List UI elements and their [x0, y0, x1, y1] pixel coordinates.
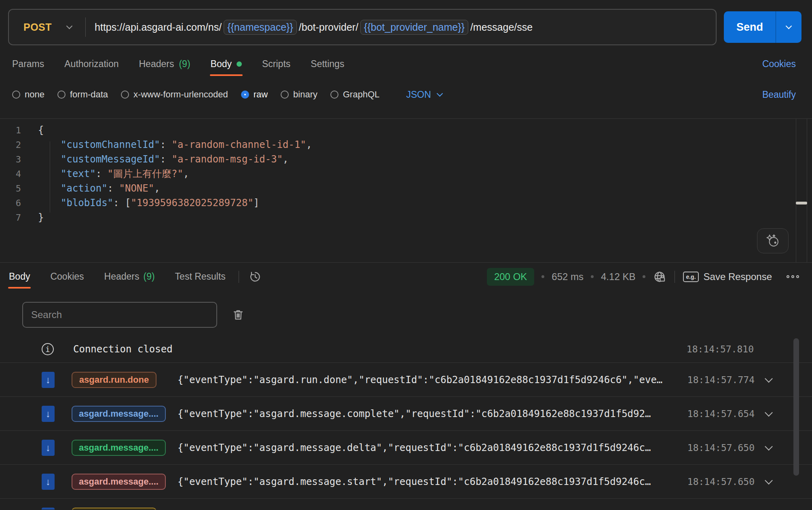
bodytype-label: binary — [293, 89, 317, 100]
tab-authorization[interactable]: Authorization — [63, 49, 119, 79]
line-number: 1 — [0, 125, 21, 135]
badge-container: asgard.message.... — [72, 440, 178, 456]
event-row-message-start[interactable]: ↓ asgard.message.... {"eventType":"asgar… — [0, 464, 812, 498]
line-number: 2 — [0, 140, 21, 150]
line-number: 5 — [0, 183, 21, 194]
code-token: : — [160, 154, 172, 165]
line-number: 7 — [0, 213, 21, 223]
network-info-button[interactable] — [653, 270, 666, 284]
send-dropdown-button[interactable] — [776, 11, 801, 43]
event-row-run-done[interactable]: ↓ asgard.run.done {"eventType":"asgard.r… — [0, 362, 812, 396]
search-input[interactable] — [22, 302, 217, 328]
code-token: "a-random-msg-id-3" — [172, 154, 283, 165]
clear-events-button[interactable] — [232, 308, 245, 321]
expand-chevron-icon[interactable] — [765, 476, 773, 485]
badge-container: asgard.run.done — [72, 372, 178, 388]
language-label: JSON — [406, 89, 431, 100]
divider — [675, 271, 675, 283]
event-message: {"eventType":"asgard.message.complete","… — [178, 408, 678, 419]
save-response-button[interactable]: e.g. Save Response — [683, 271, 772, 282]
beautify-link[interactable]: Beautify — [762, 89, 796, 100]
tab-body[interactable]: Body — [210, 49, 243, 79]
url-bar: POST https://api.asgard-ai.com/ns/ {{nam… — [8, 9, 717, 45]
response-tab-body[interactable]: Body — [8, 264, 31, 289]
event-type-badge — [72, 508, 156, 510]
code-token: : — [108, 183, 119, 194]
bodytype-binary[interactable]: binary — [281, 89, 317, 100]
response-tabs: Body Cookies Headers (9) Test Results — [8, 264, 226, 289]
save-response-label: Save Response — [704, 271, 772, 282]
url-segment: /message/sse — [470, 21, 533, 33]
language-selector[interactable]: JSON — [406, 89, 442, 100]
info-icon: i — [42, 343, 54, 355]
send-button[interactable]: Send — [724, 11, 776, 43]
bodytype-label: none — [25, 89, 44, 100]
url-variable-namespace[interactable]: {{namespace}} — [224, 20, 297, 35]
tab-scripts[interactable]: Scripts — [261, 49, 291, 79]
indent-guide — [50, 141, 50, 213]
code-token: } — [38, 212, 44, 223]
response-tab-cookies[interactable]: Cookies — [49, 264, 85, 289]
event-row-message-complete[interactable]: ↓ asgard.message.... {"eventType":"asgar… — [0, 396, 812, 430]
event-timestamp: 18:14:57.654 — [687, 409, 755, 419]
code-token: "customMessageId" — [61, 154, 160, 165]
api-client-window: POST https://api.asgard-ai.com/ns/ {{nam… — [0, 0, 812, 510]
editor-scrollbar-thumb[interactable] — [796, 202, 807, 204]
expand-chevron-icon[interactable] — [765, 409, 773, 417]
url-input[interactable]: https://api.asgard-ai.com/ns/ {{namespac… — [86, 20, 541, 35]
response-history-button[interactable] — [249, 270, 262, 283]
response-meta: 200 OK 652 ms 4.12 KB e.g. Save Response — [487, 268, 799, 286]
code-token: : — [113, 197, 125, 209]
chevron-down-icon — [437, 90, 443, 97]
example-icon: e.g. — [683, 272, 698, 282]
more-options-button[interactable] — [787, 275, 799, 278]
code-line: 7 } — [0, 210, 812, 225]
tab-label: Scripts — [262, 59, 290, 70]
body-modified-dot-icon — [237, 61, 242, 67]
dot-separator — [643, 275, 645, 278]
code-token: "blobIds" — [61, 197, 113, 209]
postbot-assistant-button[interactable] — [757, 228, 789, 253]
tab-params[interactable]: Params — [11, 49, 45, 79]
tab-label: Headers — [104, 271, 140, 282]
event-list-scrollbar-thumb[interactable] — [793, 338, 799, 476]
response-tab-headers[interactable]: Headers (9) — [104, 264, 156, 289]
event-row-message-delta[interactable]: ↓ asgard.message.... {"eventType":"asgar… — [0, 430, 812, 464]
request-body-editor[interactable]: 1 { 2 "customChannelId" : "a-random-chan… — [0, 118, 812, 262]
tab-settings[interactable]: Settings — [310, 49, 345, 79]
radio-icon — [281, 91, 289, 99]
code-token: [ — [125, 197, 131, 209]
trash-icon — [232, 308, 245, 321]
event-text: Connection closed — [73, 344, 173, 355]
bodytype-x-www-form-urlencoded[interactable]: x-www-form-urlencoded — [121, 89, 228, 100]
bodytype-raw[interactable]: raw — [241, 89, 268, 100]
expand-chevron-icon[interactable] — [765, 443, 773, 451]
code-line: 2 "customChannelId" : "a-random-channel-… — [0, 137, 812, 152]
event-row-connection-closed[interactable]: i Connection closed 18:14:57.810 — [0, 336, 812, 362]
bodytype-form-data[interactable]: form-data — [57, 89, 108, 100]
method-selector[interactable]: POST — [9, 10, 85, 44]
download-arrow-icon: ↓ — [42, 474, 55, 490]
divider — [239, 271, 239, 283]
tab-headers[interactable]: Headers (9) — [138, 49, 191, 79]
event-type-badge: asgard.message.... — [72, 474, 166, 490]
status-badge[interactable]: 200 OK — [487, 268, 534, 286]
dot-separator — [591, 275, 594, 278]
sse-event-list: i Connection closed 18:14:57.810 ↓ asgar… — [0, 336, 812, 510]
response-size: 4.12 KB — [601, 271, 635, 282]
download-arrow-icon: ↓ — [42, 406, 55, 422]
code-token: ] — [254, 197, 259, 209]
event-message: {"eventType":"asgard.run.done","requestI… — [178, 374, 678, 386]
postbot-sparkle-icon — [765, 234, 780, 248]
body-type-row: none form-data x-www-form-urlencoded raw… — [0, 82, 812, 107]
response-tab-test-results[interactable]: Test Results — [174, 264, 226, 289]
url-variable-bot-provider-name[interactable]: {{bot_provider_name}} — [360, 20, 468, 35]
line-number: 6 — [0, 198, 21, 208]
event-timestamp: 18:14:57.774 — [687, 375, 755, 385]
code-token: "圖片上有什麼?" — [108, 167, 183, 180]
bodytype-graphql[interactable]: GraphQL — [330, 89, 380, 100]
bodytype-none[interactable]: none — [12, 89, 44, 100]
expand-chevron-icon[interactable] — [765, 375, 773, 383]
event-row-partial[interactable]: ↓ — [0, 498, 812, 510]
cookies-link[interactable]: Cookies — [762, 59, 796, 70]
